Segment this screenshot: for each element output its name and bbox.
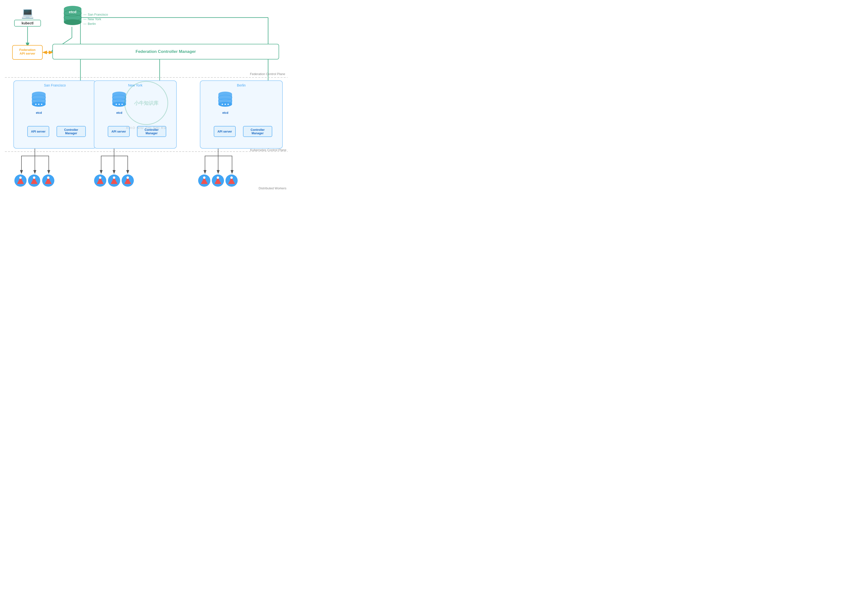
federation-control-plane-label: Federation Control Plane: [250, 72, 285, 76]
etcd-berlin-label: etcd: [217, 111, 233, 115]
worker-ny-1: [94, 174, 106, 188]
cluster-ny: New York etcd API server Controller Mana…: [94, 80, 177, 149]
svg-point-31: [35, 104, 37, 105]
etcd-berlin-icon: etcd: [217, 91, 233, 115]
svg-point-76: [230, 177, 233, 179]
api-server-ny: API server: [108, 126, 130, 137]
federation-api-server-box: Federation API server: [12, 45, 43, 60]
svg-point-47: [222, 104, 223, 105]
worker-sf-3: [42, 174, 55, 188]
cluster-berlin-title: Berlin: [200, 83, 282, 87]
kubectl-laptop-icon: 💻: [14, 7, 41, 19]
svg-point-32: [38, 104, 40, 105]
federation-controller-manager-label: Federation Controller Manager: [135, 49, 196, 54]
svg-point-55: [33, 177, 35, 179]
worker-sf-1: [14, 174, 27, 188]
svg-point-33: [41, 104, 42, 105]
worker-berlin-2: [212, 174, 224, 188]
k8s-control-plane-label: Kubernetes Control Plane: [250, 148, 286, 152]
svg-point-23: [64, 19, 82, 25]
cluster-berlin: Berlin etcd API server Controller Manage…: [200, 80, 283, 149]
kubectl-label: kubectl: [14, 20, 41, 26]
svg-point-73: [217, 177, 219, 179]
worker-ny-3: [122, 174, 134, 188]
controller-manager-berlin: Controller Manager: [243, 126, 272, 137]
worker-sf-2: [28, 174, 40, 188]
svg-point-48: [225, 104, 226, 105]
etcd-top-icon: etcd: [63, 5, 82, 28]
etcd-ny-label: etcd: [111, 111, 127, 115]
diagram: 💻 kubectl etcd San Francisco New York Be…: [0, 0, 293, 210]
worker-berlin-1: [198, 174, 211, 188]
worker-berlin-3: [225, 174, 238, 188]
etcd-city-berlin: Berlin: [83, 22, 108, 26]
kubectl-box: 💻 kubectl: [14, 7, 41, 26]
svg-point-58: [47, 177, 49, 179]
controller-manager-ny: Controller Manager: [137, 126, 166, 137]
svg-point-52: [19, 177, 22, 179]
api-server-berlin: API server: [214, 126, 236, 137]
cluster-ny-title: New York: [94, 83, 176, 87]
etcd-city-sf: San Francisco: [83, 13, 108, 16]
distributed-workers-label: Distributed Workers: [259, 186, 286, 190]
federation-controller-manager-box: Federation Controller Manager: [52, 44, 279, 60]
svg-point-40: [119, 104, 120, 105]
svg-point-67: [126, 177, 129, 179]
etcd-sf-icon: etcd: [31, 91, 47, 115]
federation-api-server-label: Federation API server: [19, 48, 35, 55]
etcd-ny-icon: etcd: [111, 91, 127, 115]
cluster-sf-title: San Francisco: [14, 83, 96, 87]
svg-point-41: [122, 104, 123, 105]
svg-point-70: [203, 177, 205, 179]
api-server-sf: API server: [27, 126, 49, 137]
etcd-sf-label: etcd: [31, 111, 47, 115]
cluster-sf: San Francisco etcd API server Controller…: [14, 80, 96, 149]
etcd-city-ny: New York: [83, 17, 108, 21]
svg-point-39: [116, 104, 117, 105]
svg-point-61: [99, 177, 102, 179]
svg-point-64: [113, 177, 115, 179]
svg-point-49: [228, 104, 229, 105]
etcd-top-label: etcd: [63, 10, 82, 14]
etcd-city-list: San Francisco New York Berlin: [83, 13, 108, 26]
controller-manager-sf: Controller Manager: [57, 126, 86, 137]
worker-ny-2: [108, 174, 120, 188]
